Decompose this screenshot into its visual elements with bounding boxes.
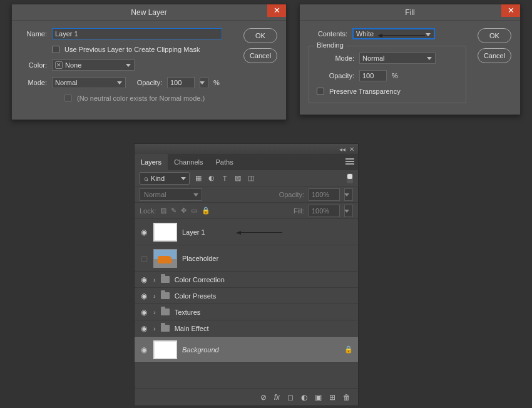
chevron-right-icon[interactable]: ›	[153, 276, 156, 283]
blending-legend: Blending	[314, 41, 346, 49]
tab-paths[interactable]: Paths	[210, 154, 240, 170]
lock-artboard-icon[interactable]: ▭	[191, 207, 197, 215]
neutral-fill-checkbox	[64, 94, 72, 102]
panel-top-bar: ◂◂ ✕	[135, 144, 358, 154]
lock-image-icon[interactable]: ✎	[171, 207, 176, 215]
blend-mode-label: Mode:	[317, 54, 354, 62]
panel-footer: ⊘ fx ◻ ◐ ▣ ⊞ 🗑	[135, 388, 358, 405]
layer-name: Color Correction	[175, 276, 225, 283]
layer-row-background[interactable]: ◉ Background 🔒	[135, 337, 358, 363]
new-group-icon[interactable]: ▣	[315, 393, 322, 402]
lock-icon[interactable]: 🔒	[344, 345, 353, 354]
close-icon[interactable]: ✕	[349, 146, 354, 153]
layer-group-color-presets[interactable]: ◉ › Color Presets	[135, 288, 358, 304]
contents-select[interactable]: White	[352, 28, 435, 39]
close-icon[interactable]: ✕	[501, 4, 520, 17]
fill-label: Fill:	[294, 207, 304, 215]
filter-row: Kind ▦ ◐ T ▧ ◫	[135, 170, 358, 186]
filter-type-icon[interactable]: T	[220, 174, 229, 183]
cancel-button[interactable]: Cancel	[478, 48, 511, 63]
color-select[interactable]: ✕ None	[52, 59, 135, 71]
chevron-right-icon[interactable]: ›	[153, 292, 156, 300]
opacity-label: Opacity:	[131, 79, 162, 86]
folder-icon	[161, 276, 170, 283]
clipping-mask-checkbox[interactable]	[52, 46, 59, 53]
mode-select[interactable]: Normal	[52, 77, 126, 88]
layer-name: Textures	[175, 309, 201, 316]
dialog-title: Fill	[405, 8, 414, 17]
filter-adjust-icon[interactable]: ◐	[207, 174, 216, 183]
close-icon[interactable]: ✕	[267, 4, 286, 17]
layer-list: ◉ Layer 1 ▢ Placeholder ◉ › Color Correc…	[135, 219, 358, 363]
lock-all-icon[interactable]: 🔒	[202, 207, 210, 215]
layer-name: Placeholder	[182, 255, 218, 262]
tab-layers[interactable]: Layers	[135, 154, 168, 170]
preserve-transparency-checkbox[interactable]	[317, 88, 324, 95]
fill-dialog: Fill ✕ OK Cancel Contents: White Blendin…	[299, 4, 521, 115]
chevron-right-icon[interactable]: ›	[153, 309, 156, 316]
ok-button[interactable]: OK	[243, 28, 277, 43]
blend-row: Normal Opacity: 100%	[135, 186, 358, 203]
fill-stepper[interactable]	[344, 205, 353, 217]
blending-group: Blending Mode: Normal Opacity: % Preserv…	[309, 46, 466, 103]
folder-icon	[161, 325, 170, 332]
opacity-unit: %	[213, 79, 220, 86]
lock-label: Lock:	[140, 207, 156, 215]
opacity-stepper[interactable]	[344, 188, 353, 201]
folder-icon	[161, 292, 170, 299]
fill-opacity-input[interactable]	[359, 70, 387, 81]
delete-layer-icon[interactable]: 🗑	[343, 393, 350, 402]
visibility-icon[interactable]: ◉	[140, 345, 148, 354]
panel-menu-icon[interactable]	[345, 158, 354, 165]
layer-name: Color Presets	[175, 292, 217, 300]
blend-mode-select[interactable]: Normal	[140, 188, 202, 201]
filter-smart-icon[interactable]: ◫	[247, 174, 255, 183]
adjustment-icon[interactable]: ◐	[301, 393, 307, 402]
layer-thumbnail[interactable]	[153, 249, 177, 268]
fill-opacity-label: Opacity:	[317, 72, 354, 79]
dialog-title-bar: New Layer ✕	[12, 4, 286, 21]
layer-name: Layer 1	[182, 228, 205, 236]
filter-kind-select[interactable]: Kind	[140, 172, 190, 185]
visibility-icon[interactable]: ◉	[140, 292, 148, 300]
visibility-icon[interactable]: ◉	[140, 275, 148, 284]
layer-thumbnail[interactable]	[153, 223, 177, 242]
tab-channels[interactable]: Channels	[168, 154, 209, 170]
cancel-button[interactable]: Cancel	[243, 48, 277, 63]
lock-transparent-icon[interactable]: ▨	[160, 207, 166, 215]
layer-row-placeholder[interactable]: ▢ Placeholder	[135, 245, 358, 272]
collapse-icon[interactable]: ◂◂	[339, 146, 345, 153]
lock-position-icon[interactable]: ✥	[181, 207, 187, 215]
filter-toggle[interactable]	[347, 173, 353, 183]
layer-group-textures[interactable]: ◉ › Textures	[135, 304, 358, 320]
panel-tabs: Layers Channels Paths	[135, 154, 358, 170]
layer-name-input[interactable]	[52, 28, 222, 39]
filter-shape-icon[interactable]: ▧	[233, 174, 242, 183]
opacity-input[interactable]	[167, 77, 195, 88]
link-layers-icon[interactable]: ⊘	[260, 393, 267, 402]
blend-mode-select[interactable]: Normal	[359, 53, 436, 64]
layer-thumbnail[interactable]	[153, 340, 177, 359]
chevron-right-icon[interactable]: ›	[153, 325, 156, 332]
annotation-arrow	[240, 232, 282, 233]
contents-value: White	[356, 30, 374, 38]
mode-value: Normal	[55, 79, 77, 86]
layer-group-main-effect[interactable]: ◉ › Main Effect	[135, 320, 358, 337]
layer-row-layer1[interactable]: ◉ Layer 1	[135, 219, 358, 245]
layer-group-color-correction[interactable]: ◉ › Color Correction	[135, 272, 358, 288]
fill-input[interactable]: 100%	[309, 205, 340, 217]
visibility-icon[interactable]: ◉	[140, 308, 148, 317]
add-mask-icon[interactable]: ◻	[287, 393, 294, 402]
ok-button[interactable]: OK	[478, 28, 511, 43]
contents-label: Contents:	[309, 30, 347, 38]
visibility-icon[interactable]: ▢	[140, 254, 148, 263]
filter-pixel-icon[interactable]: ▦	[194, 174, 203, 183]
lock-row: Lock: ▨ ✎ ✥ ▭ 🔒 Fill: 100%	[135, 203, 358, 219]
visibility-icon[interactable]: ◉	[140, 228, 148, 237]
opacity-unit: %	[392, 72, 398, 79]
opacity-stepper[interactable]	[200, 77, 208, 88]
panel-opacity-input[interactable]: 100%	[309, 188, 340, 201]
layer-fx-icon[interactable]: fx	[274, 393, 280, 402]
visibility-icon[interactable]: ◉	[140, 324, 148, 333]
new-layer-icon[interactable]: ⊞	[329, 393, 335, 402]
